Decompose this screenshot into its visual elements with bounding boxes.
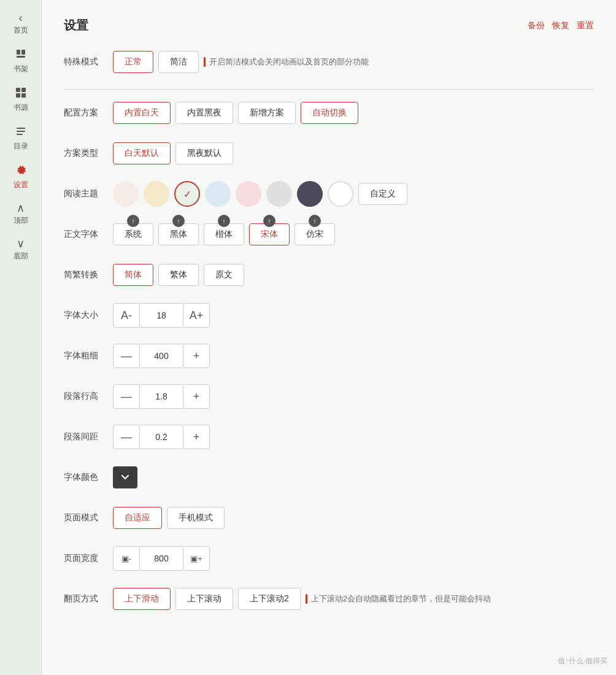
sidebar-item-home-label: 首页 [13, 25, 28, 36]
sidebar-item-settings[interactable]: 设置 [0, 158, 41, 196]
font-upload-system-icon[interactable]: ↑ [127, 215, 139, 227]
top-icon: ∧ [17, 202, 25, 214]
svg-rect-5 [16, 93, 20, 98]
page-flip-scroll-btn[interactable]: 上下滚动 [175, 588, 233, 610]
bookshelf-icon [15, 48, 27, 62]
config-plan-auto-btn[interactable]: 自动切换 [301, 102, 358, 124]
page-width-label: 页面宽度 [64, 553, 113, 564]
simplified-controls: 简体 繁体 原文 [113, 264, 244, 286]
theme-circle-5[interactable] [266, 181, 292, 207]
font-weight-stepper: — 400 + [113, 344, 210, 368]
page-flip-label: 翻页方式 [64, 593, 113, 604]
reset-button[interactable]: 重置 [577, 20, 594, 31]
font-color-label: 字体颜色 [64, 472, 113, 483]
simplified-fan-btn[interactable]: 繁体 [158, 264, 199, 286]
paragraph-gap-controls: — 0.2 + [113, 425, 210, 449]
sidebar-item-bookshelf[interactable]: 书架 [0, 42, 41, 80]
font-upload-songti-icon[interactable]: ↑ [263, 215, 275, 227]
theme-circle-4[interactable] [236, 181, 261, 207]
line-height-controls: — 1.8 + [113, 384, 210, 409]
plan-type-day-btn[interactable]: 白天默认 [113, 142, 171, 164]
config-plan-new-btn[interactable]: 新增方案 [238, 102, 296, 124]
plan-type-night-btn[interactable]: 黑夜默认 [175, 142, 233, 164]
font-upload-fangsong-icon[interactable]: ↑ [309, 215, 321, 227]
settings-icon [15, 164, 27, 178]
special-mode-normal-btn[interactable]: 正常 [113, 51, 153, 73]
simplified-row: 简繁转换 简体 繁体 原文 [64, 261, 594, 288]
font-weight-controls: — 400 + [113, 344, 210, 368]
page-flip-slide-btn[interactable]: 上下滑动 [113, 588, 171, 610]
font-size-row: 字体大小 A- 18 A+ [64, 302, 594, 329]
svg-rect-4 [21, 88, 26, 92]
simplified-jian-btn[interactable]: 简体 [113, 264, 153, 286]
font-heiti-wrap: ↑ 黑体 [158, 223, 199, 245]
font-weight-increase-btn[interactable]: + [183, 344, 210, 368]
page-flip-warning: 上下滚动2会自动隐藏看过的章节，但是可能会抖动 [306, 593, 491, 604]
line-height-increase-btn[interactable]: + [183, 384, 210, 409]
font-color-controls [113, 466, 137, 488]
theme-circle-7[interactable] [328, 181, 353, 207]
restore-button[interactable]: 恢复 [552, 20, 569, 31]
sidebar-item-catalog[interactable]: 目录 [0, 119, 41, 158]
theme-circle-0[interactable] [113, 181, 139, 207]
font-size-stepper: A- 18 A+ [113, 303, 210, 328]
theme-circle-3[interactable] [205, 181, 231, 207]
config-plan-row: 配置方案 内置白天 内置黑夜 新增方案 自动切换 [64, 99, 594, 126]
page-mode-label: 页面模式 [64, 512, 113, 523]
catalog-icon [15, 125, 27, 139]
font-upload-heiti-icon[interactable]: ↑ [172, 215, 185, 227]
sidebar-item-home[interactable]: ‹ 首页 [0, 6, 41, 42]
sidebar-item-booksource[interactable]: 书源 [0, 80, 41, 119]
theme-custom-btn[interactable]: 自定义 [358, 183, 407, 205]
line-height-decrease-btn[interactable]: — [113, 384, 140, 409]
special-mode-row: 特殊模式 正常 简洁 开启简洁模式会关闭动画以及首页的部分功能 [64, 48, 594, 75]
svg-rect-2 [17, 56, 25, 58]
special-mode-controls: 正常 简洁 开启简洁模式会关闭动画以及首页的部分功能 [113, 51, 369, 73]
sidebar-item-booksource-label: 书源 [13, 102, 28, 113]
theme-circle-1[interactable] [144, 181, 169, 207]
special-mode-label: 特殊模式 [64, 56, 113, 68]
theme-circle-6[interactable] [297, 181, 323, 207]
page-width-decrease-btn[interactable]: ▣- [113, 546, 140, 571]
font-system-wrap: ↑ 系统 [113, 223, 153, 245]
header-actions: 备份 恢复 重置 [528, 20, 594, 31]
reading-theme-controls: ✓ 自定义 [113, 181, 407, 207]
paragraph-gap-decrease-btn[interactable]: — [113, 425, 140, 449]
font-size-increase-btn[interactable]: A+ [183, 303, 210, 328]
bottom-icon: ∨ [17, 238, 25, 249]
watermark: 值↑什么·值得买 [558, 656, 607, 666]
sidebar-item-bottom[interactable]: ∨ 底部 [0, 232, 41, 268]
sidebar-item-bottom-label: 底部 [13, 251, 28, 261]
page-flip-controls: 上下滑动 上下滚动 上下滚动2 上下滚动2会自动隐藏看过的章节，但是可能会抖动 [113, 588, 491, 610]
font-color-dropdown[interactable] [113, 466, 137, 488]
page-flip-row: 翻页方式 上下滑动 上下滚动 上下滚动2 上下滚动2会自动隐藏看过的章节，但是可… [64, 585, 594, 612]
page-width-controls: ▣- 800 ▣+ [113, 546, 210, 571]
theme-circle-2[interactable]: ✓ [174, 181, 200, 207]
page-mode-adaptive-btn[interactable]: 自适应 [113, 507, 162, 529]
paragraph-gap-increase-btn[interactable]: + [183, 425, 210, 449]
page-width-increase-btn[interactable]: ▣+ [183, 546, 210, 571]
font-type-row: 正文字体 ↑ 系统 ↑ 黑体 ↑ 楷体 ↑ 宋体 ↑ 仿宋 [64, 221, 594, 248]
paragraph-gap-label: 段落间距 [64, 431, 113, 442]
page-flip-scroll2-btn[interactable]: 上下滚动2 [238, 588, 301, 610]
page-mode-mobile-btn[interactable]: 手机模式 [167, 507, 225, 529]
config-plan-night-btn[interactable]: 内置黑夜 [175, 102, 233, 124]
plan-type-row: 方案类型 白天默认 黑夜默认 [64, 140, 594, 167]
page-mode-controls: 自适应 手机模式 [113, 507, 225, 529]
line-height-row: 段落行高 — 1.8 + [64, 383, 594, 410]
sidebar-item-top[interactable]: ∧ 顶部 [0, 196, 41, 232]
backup-button[interactable]: 备份 [528, 20, 545, 31]
special-mode-warning: 开启简洁模式会关闭动画以及首页的部分功能 [204, 56, 369, 68]
font-size-label: 字体大小 [64, 310, 113, 321]
simplified-original-btn[interactable]: 原文 [204, 264, 244, 286]
special-mode-simple-btn[interactable]: 简洁 [158, 51, 199, 73]
font-size-controls: A- 18 A+ [113, 303, 210, 328]
font-weight-decrease-btn[interactable]: — [113, 344, 140, 368]
config-plan-day-btn[interactable]: 内置白天 [113, 102, 171, 124]
svg-rect-6 [21, 93, 26, 98]
font-upload-kaiti-icon[interactable]: ↑ [218, 215, 230, 227]
divider-1 [64, 89, 594, 90]
page-decrease-icon: ▣- [121, 554, 131, 563]
font-size-decrease-btn[interactable]: A- [113, 303, 140, 328]
page-width-stepper: ▣- 800 ▣+ [113, 546, 210, 571]
